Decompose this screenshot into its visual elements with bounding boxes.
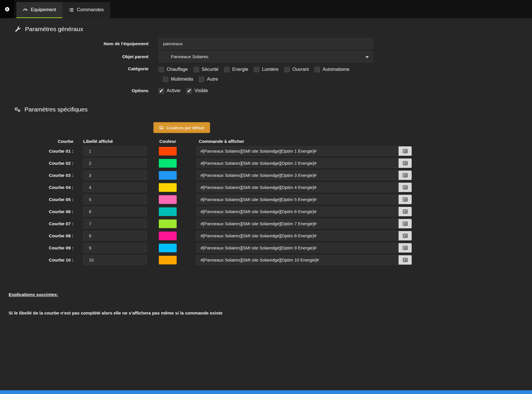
category-checkbox-automatisme[interactable]: Automatisme [314, 67, 349, 72]
checkbox[interactable] [159, 88, 164, 94]
command-list-button[interactable] [398, 243, 412, 253]
list-alt-icon [403, 245, 408, 251]
category-checkbox-multimedia[interactable]: Multimédia [163, 77, 193, 82]
curve-name-input[interactable] [83, 255, 147, 265]
checkbox-label: Sécurité [202, 67, 219, 72]
command-input[interactable] [196, 207, 398, 216]
explanations-title: Explications succintes: [9, 292, 222, 297]
curve-name-input[interactable] [83, 231, 147, 240]
command-list-button[interactable] [398, 171, 412, 180]
list-alt-icon [403, 209, 408, 214]
parent-object-row: Objet parent Panneaux Solaires [0, 51, 532, 62]
color-swatch[interactable] [159, 256, 177, 264]
color-swatch[interactable] [159, 232, 177, 240]
header-couleur: Couleur [159, 139, 177, 144]
tab-strip: Equipement Commandes [16, 0, 110, 18]
checkbox[interactable] [199, 77, 204, 82]
command-input[interactable] [196, 195, 398, 204]
list-alt-icon [403, 173, 408, 178]
command-list-button[interactable] [398, 195, 412, 204]
explanations-block: Explications succintes: Si le libellé de… [9, 292, 222, 316]
color-swatch[interactable] [159, 171, 177, 180]
general-section-title-text: Paramètres généraux [25, 26, 83, 33]
color-swatch[interactable] [159, 207, 177, 216]
bottom-blue-bar [0, 390, 532, 394]
curve-name-input[interactable] [83, 243, 147, 253]
command-input[interactable] [196, 231, 398, 240]
curve-name-input[interactable] [83, 183, 147, 192]
command-input[interactable] [196, 243, 398, 253]
table-row: Courbe 07 : [0, 219, 532, 228]
back-button[interactable] [0, 0, 14, 18]
command-input[interactable] [196, 158, 398, 168]
color-swatch[interactable] [159, 147, 177, 156]
option-checkbox-visible[interactable]: Visible [186, 88, 208, 94]
curve-label: Courbe 03 : [0, 173, 73, 178]
command-list-button[interactable] [398, 146, 412, 156]
list-alt-icon [403, 221, 408, 226]
tab-commandes[interactable]: Commandes [62, 2, 110, 18]
curve-label: Courbe 07 : [0, 221, 73, 226]
command-list-button[interactable] [398, 158, 412, 168]
table-row: Courbe 09 : [0, 243, 532, 253]
specific-section-title: Paramètres spécifiques [14, 106, 532, 113]
category-checkbox-energie[interactable]: Energie [224, 67, 248, 72]
checkbox[interactable] [254, 67, 259, 72]
command-list-button[interactable] [398, 219, 412, 228]
command-input[interactable] [196, 171, 398, 180]
equipment-name-input[interactable] [159, 38, 373, 49]
checkbox[interactable] [284, 67, 290, 72]
curve-name-input[interactable] [83, 219, 147, 228]
category-checkbox-lumiere[interactable]: Lumière [254, 67, 279, 72]
curve-name-input[interactable] [83, 146, 147, 156]
color-swatch[interactable] [159, 244, 177, 252]
command-input[interactable] [196, 183, 398, 192]
category-checkbox-row-1: Chauffage Sécurité Energie Lumière Ouvra… [159, 66, 373, 73]
command-list-button[interactable] [398, 183, 412, 192]
category-checkbox-chauffage[interactable]: Chauffage [159, 67, 188, 72]
checkbox-label: Ouvrant [292, 67, 309, 72]
checkbox[interactable] [159, 67, 164, 72]
checkbox-label: Lumière [262, 67, 279, 72]
default-colors-button-label: Couleurs par défaut [166, 125, 204, 130]
curve-name-input[interactable] [83, 158, 147, 168]
checkbox[interactable] [194, 67, 199, 72]
top-tab-bar: Equipement Commandes [0, 0, 532, 18]
command-list-button[interactable] [398, 231, 412, 240]
command-input[interactable] [196, 219, 398, 228]
gears-icon [14, 106, 21, 113]
curve-label: Courbe 09 : [0, 245, 73, 251]
checkbox[interactable] [163, 77, 168, 82]
command-list-button[interactable] [398, 255, 412, 265]
color-swatch[interactable] [159, 159, 177, 168]
command-input[interactable] [196, 255, 398, 265]
checkbox[interactable] [224, 67, 230, 72]
options-checkbox-row: Activer Visible [159, 87, 373, 94]
command-list-button[interactable] [398, 207, 412, 216]
curve-name-input[interactable] [83, 207, 147, 216]
category-checkbox-autre[interactable]: Autre [199, 77, 218, 82]
category-checkbox-ouvrant[interactable]: Ouvrant [284, 67, 309, 72]
parent-object-select[interactable]: Panneaux Solaires [159, 51, 373, 62]
list-alt-icon [403, 148, 408, 154]
category-checkbox-row-2: Multimédia Autre [159, 75, 373, 83]
checkbox[interactable] [186, 88, 192, 94]
color-swatch[interactable] [159, 195, 177, 204]
category-checkbox-securite[interactable]: Sécurité [194, 67, 219, 72]
curve-label: Courbe 05 : [0, 197, 73, 202]
default-colors-button[interactable]: Couleurs par défaut [153, 122, 210, 133]
header-courbe: Courbe [0, 139, 73, 144]
curve-label: Courbe 06 : [0, 209, 73, 214]
curve-name-input[interactable] [83, 171, 147, 180]
checkbox[interactable] [314, 67, 320, 72]
table-row: Courbe 01 : [0, 146, 532, 156]
list-alt-icon [403, 185, 408, 190]
curve-name-input[interactable] [83, 195, 147, 204]
option-checkbox-activer[interactable]: Activer [159, 88, 181, 94]
color-swatch[interactable] [159, 219, 177, 228]
checkbox-label: Automatisme [323, 67, 349, 72]
checkbox-label: Visible [195, 88, 208, 93]
tab-equipement[interactable]: Equipement [16, 2, 62, 18]
color-swatch[interactable] [159, 183, 177, 192]
command-input[interactable] [196, 146, 398, 156]
